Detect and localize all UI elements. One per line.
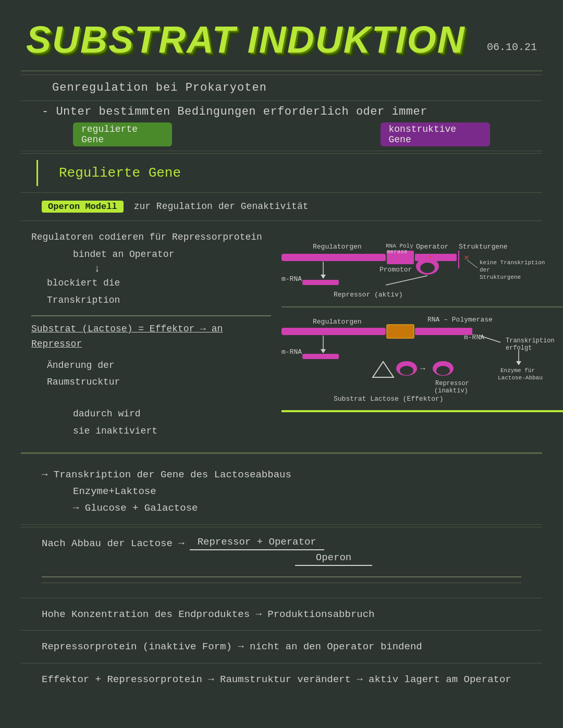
inaktiviert-line: sie inaktiviert <box>31 423 271 440</box>
badge-constructive: konstruktive Gene <box>381 122 491 146</box>
label-strukturgene-1: Strukturgene <box>459 243 508 251</box>
mrna-bar-left-2 <box>302 354 339 359</box>
right-diagram: ✕ ✕ Regulatorgen RNA Poly merase Operato… <box>282 229 563 440</box>
divider-2 <box>21 75 542 75</box>
date-text: 06.10.21 <box>487 41 537 61</box>
blockiert-line: blockiert die <box>31 275 271 292</box>
label-strukturgene-2: Strukturgene <box>480 274 521 280</box>
condition-line: - Unter bestimmten Bedingungen erforderl… <box>21 103 542 120</box>
label-mrna-right-2: m-RNA <box>464 334 484 341</box>
repressor-left-cut <box>400 366 413 375</box>
label-promotor: Promotor <box>380 266 412 274</box>
raumstruktur-line: Raumstrucktur <box>31 374 271 391</box>
nach-abbau-row: Nach Abbau der Lactose → Repressor + Ope… <box>42 535 521 552</box>
arrow-between: → <box>420 364 425 374</box>
spacer-1 <box>31 353 271 357</box>
transkription-line: Transkription <box>31 292 271 309</box>
hohe-konzentration-section: Hohe Konzentration des Endproduktes → Pr… <box>21 601 542 628</box>
arrow-down-1: ↓ <box>31 263 271 275</box>
main-content-area: Regulatoren codieren für Repressorprotei… <box>21 224 542 445</box>
operon-badge: Operon Modell <box>42 201 124 213</box>
label-transkription-erfolgt: Transkription <box>506 337 555 344</box>
badge-regulated: regulierte Gene <box>73 122 172 146</box>
divider-3 <box>21 101 542 101</box>
label-regulatorgen-1: Regulatorgen <box>313 243 362 251</box>
divider-7 <box>21 220 542 221</box>
effektor-line: Effektor + Repressorprotein → Raumstrukt… <box>42 671 521 688</box>
spacer-2 <box>31 391 271 405</box>
regulatorgen-bar-2 <box>282 328 386 335</box>
divider-8 <box>21 524 542 525</box>
spacer-main <box>21 585 542 596</box>
label-repressor-inaktiv: Repressor <box>435 380 469 387</box>
operator-open-box <box>387 325 414 338</box>
glucose-galactose: → Glucose + Galactose <box>42 500 521 516</box>
bindet-line: bindet an Operator <box>31 246 271 263</box>
diagram-svg: ✕ ✕ Regulatorgen RNA Poly merase Operato… <box>282 229 563 437</box>
page: SUBSTRAT INDUKTION 06.10.21 Genregulatio… <box>0 0 563 728</box>
arrow-head-mrna-left-2 <box>321 349 326 353</box>
mid-divider <box>31 315 271 316</box>
thick-divider-1 <box>21 452 542 454</box>
repressor-operator-box: Repressor + Operator <box>190 536 324 550</box>
label-operator-1: Operator <box>416 243 448 251</box>
aenderung-line: Änderung der <box>31 357 271 374</box>
hohe-konz-line: Hohe Konzentration des Endproduktes → Pr… <box>42 606 521 623</box>
divider-9 <box>21 527 542 527</box>
divider-1 <box>21 70 542 71</box>
label-mrna-1: m-RNA <box>282 275 302 283</box>
repressor-cut-1 <box>420 263 435 273</box>
arrow-keine <box>467 260 478 268</box>
nach-abbau-section: Nach Abbau der Lactose → Repressor + Ope… <box>21 530 542 571</box>
badge-row: regulierte Gene konstruktive Gene <box>21 120 542 149</box>
x-mark-2: ✕ <box>464 253 469 263</box>
substrat-line: Substrat (Lactose) = Effektor → an Repre… <box>31 320 271 353</box>
subtitle: Genregulation bei Prokaryoten <box>21 77 542 98</box>
divider-nach2 <box>42 583 521 583</box>
divider-10 <box>21 598 542 598</box>
regulatoren-line: Regulatoren codieren für Repressorprotei… <box>31 229 271 246</box>
repressor-inactive-line: Repressorprotein (inaktive Form) → nicht… <box>42 638 521 655</box>
operon-subtitle: zur Regulation der Genaktivität <box>134 198 309 215</box>
repressor-inactive-section: Repressorprotein (inaktive Form) → nicht… <box>21 633 542 660</box>
label-der: der <box>480 267 490 273</box>
mrna-bar-1 <box>302 280 339 285</box>
divider-4 <box>21 151 542 151</box>
transkription-der-gene: → Transkription der Gene des Lactoseabba… <box>42 466 521 483</box>
dadurch-line: dadurch wird <box>31 405 271 423</box>
main-title: SUBSTRAT INDUKTION <box>26 18 466 61</box>
label-inaktiv: (inaktiv) <box>434 387 468 394</box>
divider-5 <box>21 153 542 154</box>
arrow-head-enzyme <box>516 361 521 365</box>
divider-nach <box>42 576 521 577</box>
delta-triangle <box>373 362 394 377</box>
label-enzyme-fuer: Enzyme für <box>500 367 535 374</box>
left-text-column: Regulatoren codieren für Repressorprotei… <box>31 229 271 440</box>
repressor-arrow-1 <box>386 276 427 285</box>
operon-text: Operon <box>295 552 372 566</box>
regulatorgen-bar-1 <box>282 254 386 261</box>
label-keine-transkription: keine Transkription <box>480 260 545 266</box>
enzyme-laktose: Enzyme+Laktose <box>42 483 521 500</box>
nach-abbau-text: Nach Abbau der Lactose → <box>42 535 185 552</box>
operon-row: Operon <box>42 552 521 566</box>
label-lactose-abbau: Lactose-Abbau <box>498 375 543 381</box>
effektor-section: Effektor + Repressorprotein → Raumstrukt… <box>21 666 542 693</box>
section-header-regulated: Regulierte Gene <box>36 160 527 186</box>
divider-12 <box>21 663 542 663</box>
title-section: SUBSTRAT INDUKTION 06.10.21 <box>21 10 542 66</box>
label-mrna-left-2: m-RNA <box>282 348 302 356</box>
bottom-section-1: → Transkription der Gene des Lactoseabba… <box>21 461 542 522</box>
operon-line: Operon Modell zur Regulation der Genakti… <box>21 195 542 218</box>
divider-6 <box>21 192 542 193</box>
divider-11 <box>21 630 542 631</box>
label-substrat-lactose: Substrat Lactose (Effektor) <box>334 395 444 403</box>
label-rna-polymerase-2: RNA – Polymerase <box>427 316 493 324</box>
label-merase-1: merase <box>387 249 408 255</box>
arrow-head-mrna-1 <box>321 275 326 279</box>
label-regulatorgen-2: Regulatorgen <box>313 318 362 326</box>
label-repressor-aktiv: Repressor (aktiv) <box>334 291 403 299</box>
repressor-right-cut <box>436 366 450 375</box>
